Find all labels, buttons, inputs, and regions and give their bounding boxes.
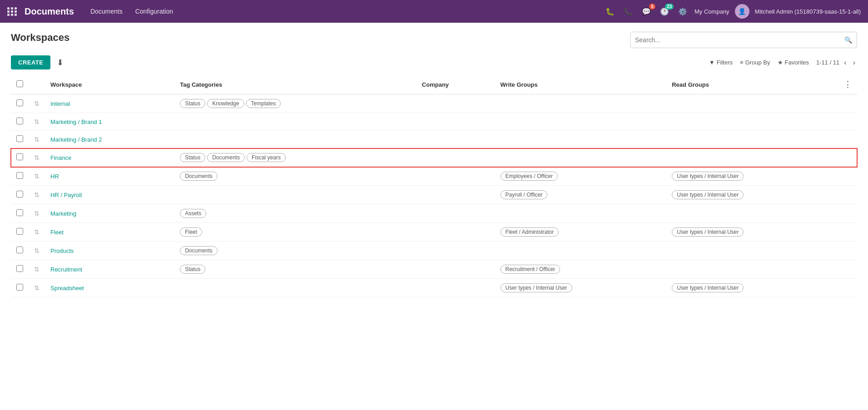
write-group-badge[interactable]: Fleet / Administrator: [501, 227, 559, 237]
row-checkbox[interactable]: [16, 135, 23, 142]
row-checkbox[interactable]: [16, 209, 23, 216]
col-read-groups[interactable]: Read Groups: [666, 75, 838, 94]
read-group-badge[interactable]: User types / Internal User: [672, 172, 744, 181]
drag-handle[interactable]: ⇅: [29, 242, 45, 260]
workspace-link[interactable]: Marketing: [50, 210, 76, 217]
tag-badge[interactable]: Status: [180, 99, 205, 108]
drag-handle-icon[interactable]: ⇅: [34, 191, 40, 198]
drag-handle[interactable]: ⇅: [29, 113, 45, 131]
filters-button[interactable]: ▼ Filters: [709, 59, 733, 66]
workspace-link[interactable]: Marketing / Brand 1: [50, 119, 102, 125]
col-tag-categories[interactable]: Tag Categories: [174, 75, 417, 94]
row-checkbox[interactable]: [16, 265, 23, 272]
drag-handle-icon[interactable]: ⇅: [34, 210, 40, 217]
tag-badge[interactable]: Assets: [180, 209, 206, 218]
app-brand[interactable]: Documents: [7, 6, 74, 17]
groupby-button[interactable]: ≡ Group By: [740, 59, 770, 66]
row-checkbox[interactable]: [16, 191, 23, 198]
workspace-link[interactable]: Marketing / Brand 2: [50, 136, 102, 143]
workspace-link[interactable]: Internal: [50, 100, 70, 107]
table-row[interactable]: ⇅FinanceStatusDocumentsFiscal years: [11, 148, 857, 167]
create-button[interactable]: CREATE: [11, 55, 50, 69]
tag-badge[interactable]: Documents: [180, 172, 218, 181]
drag-handle-icon[interactable]: ⇅: [34, 228, 40, 236]
nav-configuration[interactable]: Configuration: [130, 5, 179, 18]
tag-badge[interactable]: Knowledge: [207, 99, 244, 108]
table-row[interactable]: ⇅MarketingAssets: [11, 204, 857, 223]
table-row[interactable]: ⇅InternalStatusKnowledgeTemplates: [11, 94, 857, 113]
user-name[interactable]: Mitchell Admin (15180739-saas-15-1-all): [755, 8, 861, 15]
workspace-link[interactable]: HR: [50, 173, 59, 180]
table-row[interactable]: ⇅Marketing / Brand 1: [11, 113, 857, 131]
write-group-badge[interactable]: Recruitment / Officer: [501, 265, 560, 274]
tag-badge[interactable]: Fiscal years: [247, 153, 286, 162]
row-checkbox[interactable]: [16, 284, 23, 291]
drag-handle[interactable]: ⇅: [29, 131, 45, 148]
download-button[interactable]: ⬇: [54, 56, 66, 69]
debug-icon[interactable]: 🐛: [604, 5, 616, 18]
drag-handle-icon[interactable]: ⇅: [34, 118, 40, 125]
drag-handle[interactable]: ⇅: [29, 279, 45, 297]
table-row[interactable]: ⇅HR / PayrollPayroll / OfficerUser types…: [11, 186, 857, 204]
table-row[interactable]: ⇅ProductsDocuments: [11, 242, 857, 260]
table-row[interactable]: ⇅Marketing / Brand 2: [11, 131, 857, 148]
table-row[interactable]: ⇅RecruitmentStatusRecruitment / Officer: [11, 260, 857, 279]
drag-handle[interactable]: ⇅: [29, 186, 45, 204]
row-checkbox[interactable]: [16, 118, 23, 124]
row-checkbox[interactable]: [16, 153, 23, 160]
tag-badge[interactable]: Status: [180, 153, 205, 162]
activity-icon[interactable]: 🕐 23: [658, 5, 671, 18]
table-row[interactable]: ⇅SpreadsheetUser types / Internal UserUs…: [11, 279, 857, 297]
search-bar[interactable]: 🔍: [630, 32, 857, 48]
table-row[interactable]: ⇅FleetFleetFleet / AdministratorUser typ…: [11, 223, 857, 242]
tag-badge[interactable]: Templates: [246, 99, 281, 108]
write-group-badge[interactable]: Employees / Officer: [501, 172, 558, 181]
col-company[interactable]: Company: [417, 75, 495, 94]
column-options-icon[interactable]: ⋮: [843, 80, 852, 89]
tag-badge[interactable]: Documents: [180, 246, 218, 255]
search-icon[interactable]: 🔍: [844, 36, 852, 44]
pagination-next[interactable]: ›: [851, 58, 857, 68]
col-write-groups[interactable]: Write Groups: [495, 75, 667, 94]
workspace-link[interactable]: Finance: [50, 154, 71, 161]
drag-handle[interactable]: ⇅: [29, 260, 45, 279]
row-checkbox[interactable]: [16, 172, 23, 179]
drag-handle-icon[interactable]: ⇅: [34, 173, 40, 180]
drag-handle[interactable]: ⇅: [29, 148, 45, 167]
read-group-badge[interactable]: User types / Internal User: [672, 227, 744, 237]
user-avatar[interactable]: 👤: [735, 4, 749, 19]
table-row[interactable]: ⇅HRDocumentsEmployees / OfficerUser type…: [11, 167, 857, 186]
tag-badge[interactable]: Fleet: [180, 227, 202, 237]
drag-handle-icon[interactable]: ⇅: [34, 284, 40, 291]
read-group-badge[interactable]: User types / Internal User: [672, 283, 744, 292]
drag-handle-icon[interactable]: ⇅: [34, 247, 40, 254]
settings-icon[interactable]: ⚙️: [676, 5, 689, 18]
workspace-link[interactable]: Products: [50, 247, 74, 254]
workspace-link[interactable]: Spreadsheet: [50, 285, 84, 291]
tag-badge[interactable]: Documents: [207, 153, 245, 162]
write-group-badge[interactable]: Payroll / Officer: [501, 190, 548, 199]
row-checkbox[interactable]: [16, 99, 23, 106]
apps-grid-icon[interactable]: [7, 7, 17, 16]
write-group-badge[interactable]: User types / Internal User: [501, 283, 572, 292]
drag-handle[interactable]: ⇅: [29, 94, 45, 113]
row-checkbox[interactable]: [16, 247, 23, 253]
row-checkbox[interactable]: [16, 228, 23, 235]
favorites-button[interactable]: ★ Favorites: [778, 59, 809, 66]
workspace-link[interactable]: Recruitment: [50, 266, 82, 273]
select-all-checkbox[interactable]: [16, 80, 23, 87]
drag-handle[interactable]: ⇅: [29, 167, 45, 186]
drag-handle[interactable]: ⇅: [29, 204, 45, 223]
drag-handle[interactable]: ⇅: [29, 223, 45, 242]
workspace-link[interactable]: Fleet: [50, 229, 64, 236]
drag-handle-icon[interactable]: ⇅: [34, 154, 40, 161]
drag-handle-icon[interactable]: ⇅: [34, 266, 40, 273]
tag-badge[interactable]: Status: [180, 265, 205, 274]
phone-icon[interactable]: 📞: [622, 5, 635, 18]
search-input[interactable]: [635, 36, 844, 44]
drag-handle-icon[interactable]: ⇅: [34, 136, 40, 143]
company-name[interactable]: My Company: [694, 8, 729, 15]
col-kebab-header[interactable]: ⋮: [838, 75, 857, 94]
workspace-link[interactable]: HR / Payroll: [50, 192, 82, 198]
pagination-prev[interactable]: ‹: [842, 58, 848, 68]
